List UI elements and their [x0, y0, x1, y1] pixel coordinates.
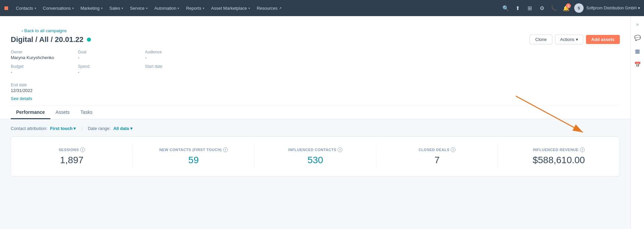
stats-card: Sessions i 1,897 New Contacts (First Tou…	[11, 136, 620, 177]
chevron-down-icon: ▾	[73, 126, 76, 131]
stats-card-wrapper: Sessions i 1,897 New Contacts (First Tou…	[11, 136, 620, 177]
meta-audience: Audience -	[145, 50, 212, 60]
tab-assets[interactable]: Assets	[50, 106, 75, 119]
back-to-campaigns-link[interactable]: ‹ Back to all campaigns	[21, 28, 609, 33]
stat-sessions: Sessions i 1,897	[11, 145, 133, 168]
new-contacts-info-icon[interactable]: i	[223, 147, 228, 152]
influenced-revenue-info-icon[interactable]: i	[580, 147, 585, 152]
topnav-icon-group: 🔍 ⬆ ⊞ ⚙ 📞 🔔 3 S Softprom Distribution Gm…	[500, 3, 640, 13]
campaign-title: Digital / All / 20.01.22	[11, 35, 84, 44]
chevron-left-icon: ‹	[21, 28, 23, 33]
external-link-icon: ↗	[279, 6, 282, 10]
stat-new-contacts: New Contacts (First Touch) i 59	[133, 145, 255, 168]
sessions-info-icon[interactable]: i	[80, 147, 85, 152]
sidebar-calendar-icon[interactable]: 📅	[632, 59, 643, 70]
influenced-revenue-value: $588,610.00	[503, 155, 614, 166]
chevron-down-icon: ▾	[72, 6, 74, 10]
campaign-status-dot	[87, 38, 91, 42]
marketplace-button[interactable]: ⊞	[525, 3, 535, 13]
nav-marketing[interactable]: Marketing ▾	[77, 0, 106, 16]
nav-service[interactable]: Service ▾	[127, 0, 151, 16]
campaign-header: ‹ Back to all campaigns Digital / All / …	[0, 16, 631, 119]
stat-influenced-contacts: Influenced Contacts i 530	[255, 145, 377, 168]
chevron-down-icon: ▾	[203, 6, 204, 10]
page-wrapper: ‹ Back to all campaigns Digital / All / …	[0, 16, 644, 229]
meta-end-date: End date 12/31/2022	[11, 83, 620, 96]
meta-budget: Budget -	[11, 64, 78, 75]
filter-separator: |	[81, 126, 82, 131]
stat-closed-deals: Closed Deals i 7	[376, 145, 498, 168]
search-button[interactable]: 🔍	[500, 3, 511, 13]
hubspot-logo[interactable]: ■	[4, 4, 8, 12]
influenced-contacts-info-icon[interactable]: i	[338, 147, 342, 152]
chevron-down-icon: ▾	[130, 126, 133, 131]
collapse-sidebar-button[interactable]: »	[636, 19, 639, 30]
nav-resources[interactable]: Resources ↗	[253, 0, 285, 16]
chevron-down-icon: ▾	[121, 6, 123, 10]
sidebar-table-icon[interactable]: ▦	[632, 46, 643, 56]
actions-button[interactable]: Actions ▾	[555, 35, 583, 44]
chevron-down-icon: ▾	[101, 6, 103, 10]
nav-asset-marketplace[interactable]: Asset Marketplace ▾	[208, 0, 253, 16]
nav-automation[interactable]: Automation ▾	[151, 0, 183, 16]
settings-button[interactable]: ⚙	[537, 3, 547, 13]
nav-sales[interactable]: Sales ▾	[106, 0, 127, 16]
nav-conversations[interactable]: Conversations ▾	[40, 0, 77, 16]
notifications-button[interactable]: 🔔 3	[561, 3, 572, 13]
campaign-tabs: Performance Assets Tasks	[11, 105, 620, 119]
closed-deals-value: 7	[382, 155, 492, 166]
see-details-link[interactable]: See details	[11, 96, 32, 101]
meta-owner: Owner Maryna Kuryshchenko	[11, 50, 78, 60]
user-avatar[interactable]: S	[574, 3, 584, 13]
stat-influenced-revenue: Influenced Revenue i $588,610.00	[498, 145, 620, 168]
tab-tasks[interactable]: Tasks	[75, 106, 98, 119]
new-contacts-value: 59	[138, 155, 249, 166]
sidebar-chat-icon[interactable]: 💬	[632, 32, 643, 43]
meta-start-date: Start date	[145, 64, 212, 75]
performance-section: Contact attribution: First touch ▾ | Dat…	[0, 119, 631, 189]
top-navigation: ■ Contacts ▾ Conversations ▾ Marketing ▾…	[0, 0, 644, 16]
nav-reports[interactable]: Reports ▾	[183, 0, 208, 16]
chevron-down-icon: ▾	[146, 6, 148, 10]
main-content: ‹ Back to all campaigns Digital / All / …	[0, 16, 631, 229]
filter-bar: Contact attribution: First touch ▾ | Dat…	[11, 126, 620, 131]
sessions-value: 1,897	[16, 155, 127, 166]
clone-button[interactable]: Clone	[530, 35, 552, 44]
right-sidebar: » 💬 ▦ 📅	[631, 16, 644, 229]
tab-performance[interactable]: Performance	[11, 106, 50, 119]
campaign-title-row: Digital / All / 20.01.22 Clone Actions ▾…	[11, 35, 620, 44]
phone-button[interactable]: 📞	[549, 3, 559, 13]
chevron-down-icon: ▾	[178, 6, 179, 10]
campaign-meta-grid: Owner Maryna Kuryshchenko Goal - Audienc…	[11, 50, 620, 83]
chevron-down-icon: ▾	[248, 6, 250, 10]
back-link-area: ‹ Back to all campaigns	[11, 21, 620, 35]
chevron-down-icon: ▾	[638, 6, 640, 10]
meta-goal: Goal -	[78, 50, 145, 60]
closed-deals-info-icon[interactable]: i	[451, 147, 455, 152]
nav-contacts[interactable]: Contacts ▾	[12, 0, 39, 16]
influenced-contacts-value: 530	[260, 155, 371, 166]
chevron-down-icon: ▾	[35, 6, 36, 10]
date-range-filter[interactable]: All data ▾	[113, 126, 133, 131]
add-assets-button[interactable]: Add assets	[586, 35, 620, 44]
upgrade-button[interactable]: ⬆	[512, 3, 523, 13]
contact-attribution-filter[interactable]: First touch ▾	[50, 126, 76, 131]
campaign-actions: Clone Actions ▾ Add assets	[530, 35, 620, 44]
chevron-down-icon: ▾	[576, 37, 578, 42]
notification-badge: 3	[566, 3, 571, 8]
meta-spend: Spend -	[78, 64, 145, 75]
account-name[interactable]: Softprom Distribution GmbH ▾	[586, 6, 640, 10]
